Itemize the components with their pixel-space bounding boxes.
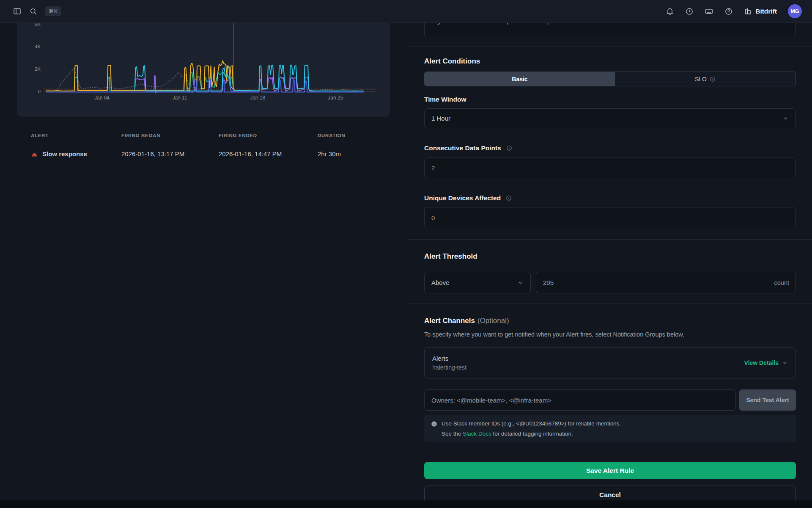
threshold-value-input[interactable]: [536, 272, 796, 293]
siren-icon: [31, 150, 38, 157]
unique-devices-label: Unique Devices Affected: [424, 194, 796, 202]
group-name: Alerts: [432, 355, 466, 362]
chevron-down-icon: [782, 360, 788, 366]
search-icon[interactable]: [29, 7, 38, 16]
slack-note-line1: Use Slack member IDs (e.g., <@U012345678…: [442, 420, 621, 427]
tab-basic[interactable]: Basic: [425, 72, 615, 86]
alert-threshold-title: Alert Threshold: [424, 252, 796, 261]
unique-devices-info-icon[interactable]: [506, 195, 512, 201]
sidebar-toggle-icon[interactable]: [13, 7, 22, 16]
chevron-down-icon: [517, 279, 524, 286]
svg-text:Jan 25: Jan 25: [328, 95, 343, 101]
col-alert: ALERT: [31, 133, 121, 138]
time-window-select[interactable]: 1 Hour: [424, 108, 796, 128]
tab-slo[interactable]: SLO: [615, 72, 796, 86]
divider: [407, 239, 812, 240]
slack-docs-link[interactable]: Slack Docs: [463, 431, 491, 437]
consecutive-info-icon[interactable]: [506, 145, 512, 151]
conditions-mode-tabs: Basic SLO: [424, 72, 796, 86]
col-duration: DURATION: [318, 133, 382, 138]
notification-group-card[interactable]: Alerts #alerting-test View Details: [424, 347, 796, 378]
tab-basic-label: Basic: [512, 76, 527, 83]
consecutive-points-label: Consecutive Data Points: [424, 144, 796, 152]
bottom-strip: [0, 500, 812, 508]
user-avatar[interactable]: MG: [788, 4, 802, 18]
col-firing-ended: FIRING ENDED: [219, 133, 318, 138]
optional-label: (Optional): [477, 317, 509, 325]
duration-value: 2hr 30m: [318, 150, 382, 157]
help-icon[interactable]: [724, 7, 733, 16]
time-window-label: Time Window: [424, 96, 796, 103]
tab-slo-label: SLO: [695, 76, 707, 83]
table-header: ALERT FIRING BEGAN FIRING ENDED DURATION: [31, 133, 382, 138]
alert-name: Slow response: [42, 150, 87, 157]
owners-input[interactable]: [424, 389, 736, 411]
slack-note-line2: See the Slack Docs for detailed tagging …: [442, 431, 573, 437]
notifications-bell-icon[interactable]: [666, 7, 674, 16]
consecutive-points-input[interactable]: [424, 157, 796, 178]
firing-began-value: 2026-01-16, 13:17 PM: [121, 150, 219, 157]
svg-text:Jan 04: Jan 04: [94, 95, 110, 101]
cancel-button[interactable]: Cancel: [424, 486, 796, 500]
brand[interactable]: Bitdrift: [744, 7, 777, 15]
threshold-operator-value: Above: [431, 279, 450, 286]
threshold-operator-select[interactable]: Above: [424, 272, 531, 293]
firing-history-table: ALERT FIRING BEGAN FIRING ENDED DURATION…: [31, 133, 382, 157]
alert-conditions-title: Alert Conditions: [424, 57, 796, 66]
save-alert-rule-button[interactable]: Save Alert Rule: [424, 462, 796, 479]
history-clock-icon[interactable]: [685, 7, 694, 16]
info-icon: [431, 421, 437, 427]
channels-description: To specify where you want to get notifie…: [424, 331, 796, 338]
svg-text:Jan 18: Jan 18: [250, 95, 265, 101]
svg-text:0: 0: [38, 89, 41, 94]
table-row[interactable]: Slow response 2026-01-16, 13:17 PM 2026-…: [31, 150, 382, 157]
search-shortcut-badge[interactable]: ⌘K: [45, 6, 61, 16]
unique-devices-input[interactable]: [424, 207, 796, 228]
keyboard-icon[interactable]: [705, 7, 713, 16]
svg-text:Jan 11: Jan 11: [173, 95, 187, 101]
view-details-label: View Details: [744, 359, 779, 366]
divider: [407, 304, 812, 304]
col-firing-began: FIRING BEGAN: [121, 133, 219, 138]
svg-text:2K: 2K: [35, 66, 41, 72]
brand-name: Bitdrift: [755, 8, 777, 15]
slo-info-icon: [710, 76, 716, 82]
time-window-value: 1 Hour: [431, 115, 450, 122]
view-details-button[interactable]: View Details: [744, 359, 788, 366]
alert-preview-panel: 02K4K6KJan 04Jan 11Jan 18Jan 25 ALERT FI…: [0, 0, 407, 500]
top-navbar: ⌘K Bitdrift MG: [0, 0, 812, 23]
svg-text:4K: 4K: [35, 44, 41, 49]
chevron-down-icon: [782, 115, 789, 121]
group-channel: #alerting-test: [432, 364, 466, 371]
bitdrift-logo-icon: [744, 7, 752, 15]
send-test-alert-button[interactable]: Send Test Alert: [739, 389, 796, 411]
divider: [407, 47, 812, 47]
slack-note-panel: Use Slack member IDs (e.g., <@U012345678…: [424, 415, 796, 442]
alert-rule-form: Alert Conditions Basic SLO Time Window 1…: [407, 0, 812, 500]
alert-channels-title: Alert Channels(Optional): [424, 317, 796, 325]
firing-ended-value: 2026-01-16, 14:47 PM: [219, 150, 318, 157]
